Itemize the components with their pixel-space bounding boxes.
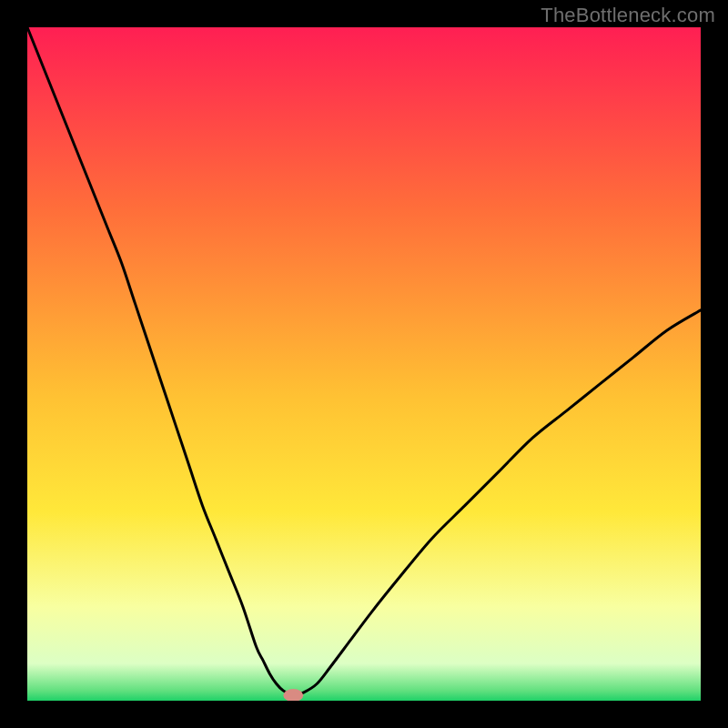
bottleneck-curve-chart <box>27 27 701 701</box>
chart-frame: TheBottleneck.com <box>0 0 728 728</box>
gradient-background <box>27 27 701 701</box>
plot-area <box>27 27 701 701</box>
watermark-label: TheBottleneck.com <box>541 4 715 27</box>
